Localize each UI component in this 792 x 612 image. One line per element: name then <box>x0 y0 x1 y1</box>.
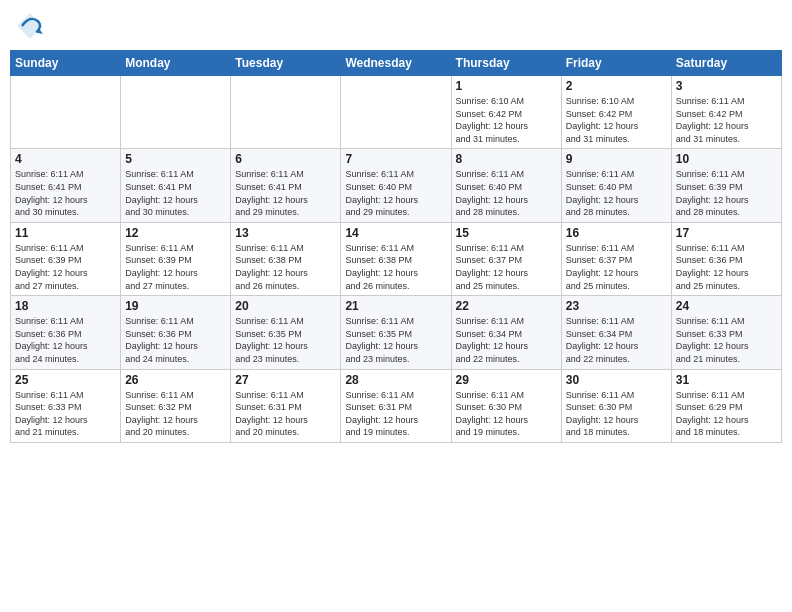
day-info: Sunrise: 6:10 AM Sunset: 6:42 PM Dayligh… <box>566 95 667 145</box>
calendar-cell: 8Sunrise: 6:11 AM Sunset: 6:40 PM Daylig… <box>451 149 561 222</box>
day-number: 21 <box>345 299 446 313</box>
day-info: Sunrise: 6:11 AM Sunset: 6:35 PM Dayligh… <box>345 315 446 365</box>
day-number: 8 <box>456 152 557 166</box>
calendar-cell <box>121 76 231 149</box>
day-number: 9 <box>566 152 667 166</box>
day-number: 16 <box>566 226 667 240</box>
calendar-cell: 2Sunrise: 6:10 AM Sunset: 6:42 PM Daylig… <box>561 76 671 149</box>
calendar-cell: 9Sunrise: 6:11 AM Sunset: 6:40 PM Daylig… <box>561 149 671 222</box>
day-info: Sunrise: 6:11 AM Sunset: 6:41 PM Dayligh… <box>235 168 336 218</box>
day-number: 18 <box>15 299 116 313</box>
day-info: Sunrise: 6:11 AM Sunset: 6:37 PM Dayligh… <box>566 242 667 292</box>
logo-icon <box>14 10 46 42</box>
day-number: 20 <box>235 299 336 313</box>
day-info: Sunrise: 6:11 AM Sunset: 6:31 PM Dayligh… <box>345 389 446 439</box>
calendar-cell: 22Sunrise: 6:11 AM Sunset: 6:34 PM Dayli… <box>451 296 561 369</box>
calendar-week-row: 11Sunrise: 6:11 AM Sunset: 6:39 PM Dayli… <box>11 222 782 295</box>
day-number: 4 <box>15 152 116 166</box>
day-number: 25 <box>15 373 116 387</box>
day-info: Sunrise: 6:11 AM Sunset: 6:30 PM Dayligh… <box>456 389 557 439</box>
calendar-cell <box>11 76 121 149</box>
calendar-cell <box>231 76 341 149</box>
day-info: Sunrise: 6:11 AM Sunset: 6:41 PM Dayligh… <box>125 168 226 218</box>
calendar-cell: 10Sunrise: 6:11 AM Sunset: 6:39 PM Dayli… <box>671 149 781 222</box>
day-number: 23 <box>566 299 667 313</box>
calendar-cell: 21Sunrise: 6:11 AM Sunset: 6:35 PM Dayli… <box>341 296 451 369</box>
calendar-cell: 25Sunrise: 6:11 AM Sunset: 6:33 PM Dayli… <box>11 369 121 442</box>
day-number: 2 <box>566 79 667 93</box>
calendar-cell: 24Sunrise: 6:11 AM Sunset: 6:33 PM Dayli… <box>671 296 781 369</box>
weekday-header: Thursday <box>451 51 561 76</box>
day-number: 1 <box>456 79 557 93</box>
day-number: 30 <box>566 373 667 387</box>
day-info: Sunrise: 6:10 AM Sunset: 6:42 PM Dayligh… <box>456 95 557 145</box>
calendar-cell: 20Sunrise: 6:11 AM Sunset: 6:35 PM Dayli… <box>231 296 341 369</box>
calendar-week-row: 4Sunrise: 6:11 AM Sunset: 6:41 PM Daylig… <box>11 149 782 222</box>
day-number: 5 <box>125 152 226 166</box>
day-info: Sunrise: 6:11 AM Sunset: 6:36 PM Dayligh… <box>15 315 116 365</box>
day-info: Sunrise: 6:11 AM Sunset: 6:41 PM Dayligh… <box>15 168 116 218</box>
day-info: Sunrise: 6:11 AM Sunset: 6:36 PM Dayligh… <box>676 242 777 292</box>
calendar-cell: 3Sunrise: 6:11 AM Sunset: 6:42 PM Daylig… <box>671 76 781 149</box>
calendar-cell: 1Sunrise: 6:10 AM Sunset: 6:42 PM Daylig… <box>451 76 561 149</box>
day-info: Sunrise: 6:11 AM Sunset: 6:30 PM Dayligh… <box>566 389 667 439</box>
weekday-header: Tuesday <box>231 51 341 76</box>
calendar-table: SundayMondayTuesdayWednesdayThursdayFrid… <box>10 50 782 443</box>
calendar-cell: 27Sunrise: 6:11 AM Sunset: 6:31 PM Dayli… <box>231 369 341 442</box>
calendar-cell: 19Sunrise: 6:11 AM Sunset: 6:36 PM Dayli… <box>121 296 231 369</box>
calendar-cell: 6Sunrise: 6:11 AM Sunset: 6:41 PM Daylig… <box>231 149 341 222</box>
day-info: Sunrise: 6:11 AM Sunset: 6:39 PM Dayligh… <box>15 242 116 292</box>
day-number: 29 <box>456 373 557 387</box>
day-number: 19 <box>125 299 226 313</box>
calendar-cell: 28Sunrise: 6:11 AM Sunset: 6:31 PM Dayli… <box>341 369 451 442</box>
day-info: Sunrise: 6:11 AM Sunset: 6:34 PM Dayligh… <box>456 315 557 365</box>
day-number: 3 <box>676 79 777 93</box>
calendar-cell <box>341 76 451 149</box>
day-number: 14 <box>345 226 446 240</box>
day-number: 22 <box>456 299 557 313</box>
logo <box>14 10 50 42</box>
calendar-cell: 17Sunrise: 6:11 AM Sunset: 6:36 PM Dayli… <box>671 222 781 295</box>
day-number: 28 <box>345 373 446 387</box>
day-info: Sunrise: 6:11 AM Sunset: 6:40 PM Dayligh… <box>345 168 446 218</box>
day-info: Sunrise: 6:11 AM Sunset: 6:32 PM Dayligh… <box>125 389 226 439</box>
calendar-cell: 30Sunrise: 6:11 AM Sunset: 6:30 PM Dayli… <box>561 369 671 442</box>
calendar-cell: 18Sunrise: 6:11 AM Sunset: 6:36 PM Dayli… <box>11 296 121 369</box>
day-info: Sunrise: 6:11 AM Sunset: 6:40 PM Dayligh… <box>456 168 557 218</box>
calendar-week-row: 25Sunrise: 6:11 AM Sunset: 6:33 PM Dayli… <box>11 369 782 442</box>
day-info: Sunrise: 6:11 AM Sunset: 6:38 PM Dayligh… <box>345 242 446 292</box>
day-number: 26 <box>125 373 226 387</box>
day-info: Sunrise: 6:11 AM Sunset: 6:38 PM Dayligh… <box>235 242 336 292</box>
calendar-cell: 23Sunrise: 6:11 AM Sunset: 6:34 PM Dayli… <box>561 296 671 369</box>
calendar-cell: 5Sunrise: 6:11 AM Sunset: 6:41 PM Daylig… <box>121 149 231 222</box>
day-number: 15 <box>456 226 557 240</box>
calendar-cell: 26Sunrise: 6:11 AM Sunset: 6:32 PM Dayli… <box>121 369 231 442</box>
calendar-cell: 12Sunrise: 6:11 AM Sunset: 6:39 PM Dayli… <box>121 222 231 295</box>
weekday-header: Sunday <box>11 51 121 76</box>
day-number: 27 <box>235 373 336 387</box>
day-info: Sunrise: 6:11 AM Sunset: 6:39 PM Dayligh… <box>676 168 777 218</box>
day-number: 10 <box>676 152 777 166</box>
day-info: Sunrise: 6:11 AM Sunset: 6:42 PM Dayligh… <box>676 95 777 145</box>
day-info: Sunrise: 6:11 AM Sunset: 6:33 PM Dayligh… <box>15 389 116 439</box>
day-number: 11 <box>15 226 116 240</box>
day-info: Sunrise: 6:11 AM Sunset: 6:37 PM Dayligh… <box>456 242 557 292</box>
day-info: Sunrise: 6:11 AM Sunset: 6:29 PM Dayligh… <box>676 389 777 439</box>
calendar-week-row: 18Sunrise: 6:11 AM Sunset: 6:36 PM Dayli… <box>11 296 782 369</box>
day-number: 12 <box>125 226 226 240</box>
calendar-cell: 13Sunrise: 6:11 AM Sunset: 6:38 PM Dayli… <box>231 222 341 295</box>
day-number: 17 <box>676 226 777 240</box>
calendar-cell: 31Sunrise: 6:11 AM Sunset: 6:29 PM Dayli… <box>671 369 781 442</box>
day-info: Sunrise: 6:11 AM Sunset: 6:39 PM Dayligh… <box>125 242 226 292</box>
calendar-header-row: SundayMondayTuesdayWednesdayThursdayFrid… <box>11 51 782 76</box>
calendar-cell: 4Sunrise: 6:11 AM Sunset: 6:41 PM Daylig… <box>11 149 121 222</box>
calendar-cell: 14Sunrise: 6:11 AM Sunset: 6:38 PM Dayli… <box>341 222 451 295</box>
day-number: 31 <box>676 373 777 387</box>
day-info: Sunrise: 6:11 AM Sunset: 6:34 PM Dayligh… <box>566 315 667 365</box>
day-info: Sunrise: 6:11 AM Sunset: 6:33 PM Dayligh… <box>676 315 777 365</box>
calendar-cell: 29Sunrise: 6:11 AM Sunset: 6:30 PM Dayli… <box>451 369 561 442</box>
day-info: Sunrise: 6:11 AM Sunset: 6:40 PM Dayligh… <box>566 168 667 218</box>
day-number: 6 <box>235 152 336 166</box>
calendar-cell: 7Sunrise: 6:11 AM Sunset: 6:40 PM Daylig… <box>341 149 451 222</box>
day-info: Sunrise: 6:11 AM Sunset: 6:31 PM Dayligh… <box>235 389 336 439</box>
